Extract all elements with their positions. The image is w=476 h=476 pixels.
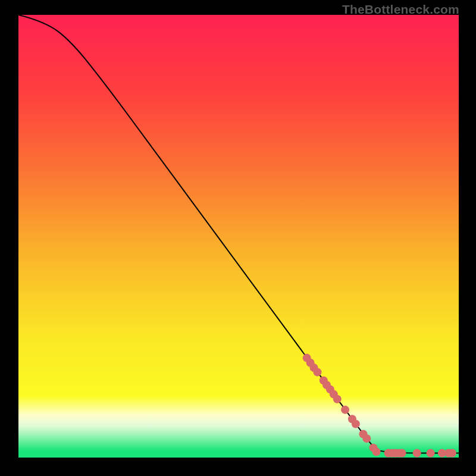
bottleneck-chart (18, 15, 459, 458)
curve-marker (413, 449, 421, 458)
curve-marker (362, 434, 371, 443)
curve-marker (333, 395, 342, 403)
curve-marker (427, 449, 435, 458)
curve-marker (372, 447, 381, 456)
curve-marker (341, 406, 349, 414)
curve-marker (313, 368, 321, 376)
curve-marker (398, 449, 406, 458)
curve-marker (448, 449, 456, 458)
chart-background (18, 15, 459, 458)
curve-marker (352, 419, 360, 428)
